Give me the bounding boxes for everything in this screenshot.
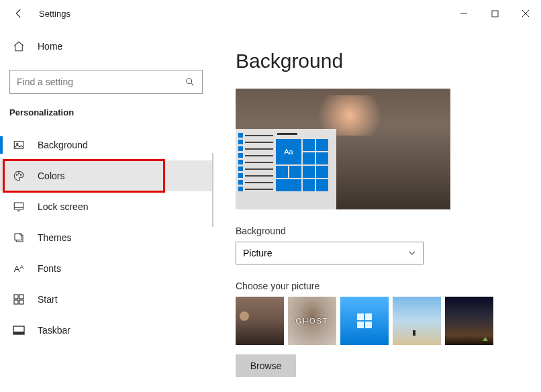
scrollbar[interactable] [212,153,213,227]
sidebar-item-label: Fonts [38,263,61,274]
category-title: Personalization [0,107,212,130]
svg-point-10 [20,175,21,176]
lock-screen-icon [12,201,26,213]
home-icon [12,40,26,52]
svg-point-8 [16,175,17,176]
background-dropdown[interactable]: Picture [236,242,424,264]
start-icon [12,294,26,305]
svg-rect-11 [14,203,23,209]
sidebar-item-background[interactable]: Background [0,130,212,160]
search-input[interactable] [17,77,185,87]
home-link[interactable]: Home [0,40,212,64]
search-icon [185,77,195,87]
dropdown-value: Picture [243,248,273,258]
back-button[interactable] [9,4,28,23]
windows-logo-icon [357,313,372,328]
close-button[interactable] [510,3,541,24]
browse-button[interactable]: Browse [236,354,296,377]
fonts-icon: AA [12,264,26,274]
themes-icon [12,232,26,244]
sidebar-item-label: Themes [38,232,72,243]
svg-rect-6 [14,142,23,149]
svg-point-4 [187,79,192,84]
page-title: Background [236,50,509,72]
sidebar-item-lock-screen[interactable]: Lock screen [0,191,212,222]
sidebar-item-label: Taskbar [38,325,70,336]
home-label: Home [38,41,62,52]
picture-thumb-5[interactable] [445,297,493,345]
picture-thumb-4[interactable] [393,297,441,345]
sidebar-item-fonts[interactable]: AA Fonts [0,253,212,284]
picture-thumb-3[interactable] [340,297,389,345]
picture-icon [12,139,26,151]
sidebar-item-taskbar[interactable]: Taskbar [0,315,212,346]
sidebar-item-themes[interactable]: Themes [0,222,212,253]
svg-rect-1 [492,11,498,17]
picture-thumb-1[interactable] [236,297,284,345]
sidebar-item-label: Background [38,140,88,150]
minimize-button[interactable] [448,3,479,24]
chevron-down-icon [408,249,416,257]
sidebar-item-label: Colors [38,170,64,181]
svg-point-9 [18,173,19,175]
window-title: Settings [39,9,70,19]
sidebar-item-label: Lock screen [38,201,88,212]
svg-point-7 [17,143,18,144]
maximize-button[interactable] [479,3,510,24]
sidebar-item-start[interactable]: Start [0,284,212,315]
sidebar-item-colors[interactable]: Colors [0,160,212,191]
palette-icon [12,170,26,182]
svg-rect-16 [19,295,23,299]
preview-sample-text: Aa [276,139,301,164]
svg-rect-18 [19,300,23,304]
search-box[interactable] [9,70,203,94]
svg-rect-17 [14,300,18,304]
sidebar-item-label: Start [38,294,58,305]
svg-line-5 [191,83,194,86]
choose-picture-label: Choose your picture [236,281,509,291]
background-dropdown-label: Background [236,226,509,236]
taskbar-icon [12,326,26,335]
svg-rect-20 [13,332,24,334]
desktop-preview: Aa [236,89,450,209]
picture-thumb-2[interactable]: GHOST [288,297,336,345]
svg-rect-15 [14,295,18,299]
